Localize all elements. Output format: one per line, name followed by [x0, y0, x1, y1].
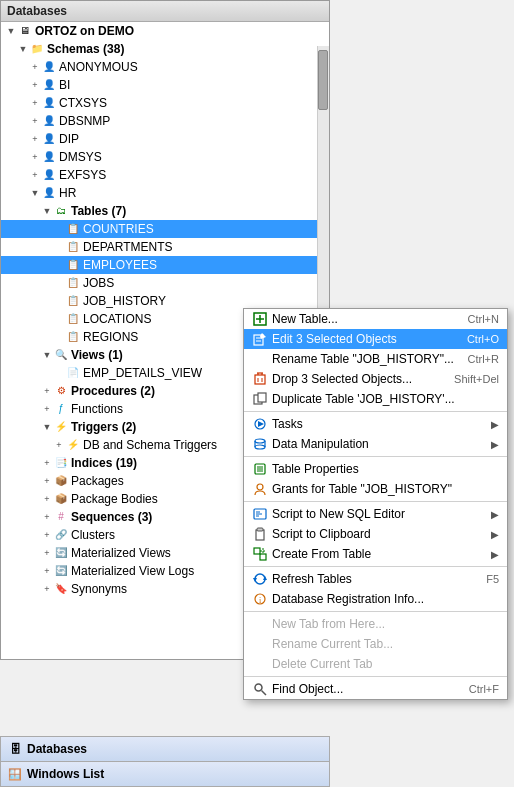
- view-group-icon: 🔍: [53, 347, 69, 363]
- expand-icon: [53, 331, 65, 343]
- expand-icon: ▼: [41, 349, 53, 361]
- tree-item-dmsys[interactable]: + 👤 DMSYS: [1, 148, 329, 166]
- script-sql-arrow-icon: ▶: [491, 509, 499, 520]
- ctx-edit-selected[interactable]: Edit 3 Selected Objects Ctrl+O: [244, 329, 507, 349]
- ctx-table-properties[interactable]: Table Properties: [244, 459, 507, 479]
- table-icon: 📋: [65, 275, 81, 291]
- expand-icon: +: [41, 403, 53, 415]
- item-label: HR: [57, 185, 76, 201]
- ctx-script-clipboard[interactable]: Script to Clipboard ▶: [244, 524, 507, 544]
- edit-icon: [250, 332, 270, 346]
- ctx-find-object[interactable]: Find Object... Ctrl+F: [244, 679, 507, 699]
- ctx-drop[interactable]: Drop 3 Selected Objects... Shift+Del: [244, 369, 507, 389]
- expand-icon: ▼: [5, 25, 17, 37]
- ctx-delete-tab: Delete Current Tab: [244, 654, 507, 674]
- scrollbar-thumb[interactable]: [318, 50, 328, 110]
- tree-item-exfsys[interactable]: + 👤 EXFSYS: [1, 166, 329, 184]
- ctx-tasks[interactable]: Tasks ▶: [244, 414, 507, 434]
- tree-item-jobs[interactable]: 📋 JOBS: [1, 274, 329, 292]
- ctx-divider-3: [244, 501, 507, 502]
- schema-icon: 👤: [41, 95, 57, 111]
- ctx-script-clipboard-label: Script to Clipboard: [270, 527, 487, 541]
- svg-rect-31: [257, 528, 263, 531]
- tables-group[interactable]: ▼ 🗂 Tables (7): [1, 202, 329, 220]
- item-label: DEPARTMENTS: [81, 239, 173, 255]
- bottom-panels: 🗄 Databases 🪟 Windows List: [0, 736, 330, 787]
- tree-item-bi[interactable]: + 👤 BI: [1, 76, 329, 94]
- expand-icon: [53, 223, 65, 235]
- svg-point-40: [255, 684, 262, 691]
- cluster-icon: 🔗: [53, 527, 69, 543]
- svg-marker-16: [258, 421, 264, 427]
- expand-icon: +: [41, 565, 53, 577]
- func-icon: ƒ: [53, 401, 69, 417]
- trigger-sub-icon: ⚡: [65, 437, 81, 453]
- tree-item-countries[interactable]: 📋 COUNTRIES: [1, 220, 329, 238]
- tree-item-anonymous[interactable]: + 👤 ANONYMOUS: [1, 58, 329, 76]
- tree-item-dip[interactable]: + 👤 DIP: [1, 130, 329, 148]
- clipboard-arrow-icon: ▶: [491, 529, 499, 540]
- package-bodies-label: Package Bodies: [69, 491, 158, 507]
- svg-marker-6: [260, 333, 266, 339]
- ctx-duplicate[interactable]: Duplicate Table 'JOB_HISTORY'...: [244, 389, 507, 409]
- tables-label: Tables (7): [69, 203, 126, 219]
- expand-icon: [53, 295, 65, 307]
- svg-rect-14: [258, 393, 266, 402]
- item-label: JOB_HISTORY: [81, 293, 166, 309]
- ctx-data-manipulation[interactable]: Data Manipulation ▶: [244, 434, 507, 454]
- windows-list-tab[interactable]: 🪟 Windows List: [0, 761, 330, 787]
- expand-icon: +: [41, 475, 53, 487]
- pkg-body-icon: 📦: [53, 491, 69, 507]
- grants-icon: [250, 482, 270, 496]
- expand-icon: [53, 313, 65, 325]
- windows-tab-label: Windows List: [27, 767, 104, 781]
- tree-item-employees[interactable]: 📋 EMPLOYEES: [1, 256, 329, 274]
- ctx-drop-label: Drop 3 Selected Objects...: [270, 372, 446, 386]
- ctx-divider-5: [244, 611, 507, 612]
- ctx-grants[interactable]: Grants for Table "JOB_HISTORY": [244, 479, 507, 499]
- new-table-icon: [250, 312, 270, 326]
- item-label: COUNTRIES: [81, 221, 154, 237]
- find-icon: [250, 682, 270, 696]
- expand-icon: [53, 367, 65, 379]
- view-icon: 📄: [65, 365, 81, 381]
- ctx-rename-tab-label: Rename Current Tab...: [270, 637, 499, 651]
- ctx-new-table[interactable]: New Table... Ctrl+N: [244, 309, 507, 329]
- refresh-icon: [250, 572, 270, 586]
- item-label: LOCATIONS: [81, 311, 151, 327]
- indices-label: Indices (19): [69, 455, 137, 471]
- databases-icon: 🗄: [7, 741, 23, 757]
- ctx-find-label: Find Object...: [270, 682, 461, 696]
- ctx-new-table-shortcut: Ctrl+N: [468, 313, 499, 325]
- ctx-rename[interactable]: Rename Table "JOB_HISTORY"... Ctrl+R: [244, 349, 507, 369]
- ctx-edit-label: Edit 3 Selected Objects: [270, 332, 459, 346]
- tree-item-dbsnmp[interactable]: + 👤 DBSNMP: [1, 112, 329, 130]
- item-label: EMP_DETAILS_VIEW: [81, 365, 202, 381]
- tree-item-departments[interactable]: 📋 DEPARTMENTS: [1, 238, 329, 256]
- ctx-new-tab-label: New Tab from Here...: [270, 617, 499, 631]
- ctx-db-reg-info[interactable]: i Database Registration Info...: [244, 589, 507, 609]
- expand-icon: +: [41, 529, 53, 541]
- script-icon: [250, 507, 270, 521]
- ctx-script-sql[interactable]: Script to New SQL Editor ▶: [244, 504, 507, 524]
- expand-icon: +: [41, 385, 53, 397]
- item-label: JOBS: [81, 275, 114, 291]
- tasks-arrow-icon: ▶: [491, 419, 499, 430]
- ctx-create-from-table[interactable]: Create From Table ▶: [244, 544, 507, 564]
- table-icon: 📋: [65, 293, 81, 309]
- databases-panel-tab[interactable]: 🗄 Databases: [0, 736, 330, 761]
- tree-item-ctxsys[interactable]: + 👤 CTXSYS: [1, 94, 329, 112]
- expand-icon: +: [29, 79, 41, 91]
- trigger-icon: ⚡: [53, 419, 69, 435]
- ctx-rename-tab: Rename Current Tab...: [244, 634, 507, 654]
- item-label: DIP: [57, 131, 79, 147]
- expand-icon: [53, 241, 65, 253]
- drop-icon: [250, 372, 270, 386]
- item-label: DBSNMP: [57, 113, 110, 129]
- item-label: DMSYS: [57, 149, 102, 165]
- tree-root[interactable]: ▼ 🖥 ORTOZ on DEMO: [1, 22, 329, 40]
- procedures-label: Procedures (2): [69, 383, 155, 399]
- schemas-group[interactable]: ▼ 📁 Schemas (38): [1, 40, 329, 58]
- ctx-refresh-tables[interactable]: Refresh Tables F5: [244, 569, 507, 589]
- tree-item-hr[interactable]: ▼ 👤 HR: [1, 184, 329, 202]
